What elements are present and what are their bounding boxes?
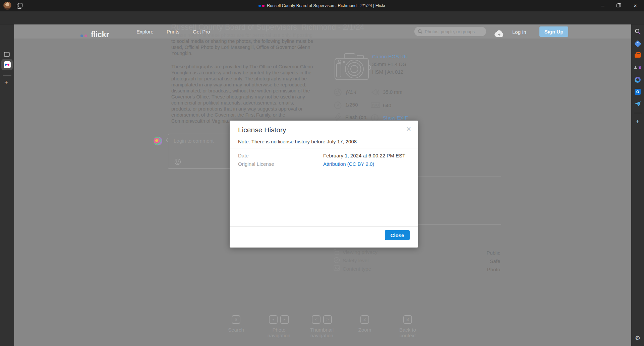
sidebar-games-icon[interactable]: ♟♜ (631, 63, 644, 72)
sidebar-add-icon[interactable]: + (631, 117, 644, 127)
lens-line-1: 35mm F1.4 DG (372, 61, 407, 67)
logo-dot-blue (80, 34, 83, 37)
window-restore-button[interactable] (610, 0, 626, 11)
modal-footer-divider (230, 226, 418, 227)
sidebar-outlook-icon[interactable]: O (631, 87, 644, 96)
sidebar-m365-icon[interactable] (631, 75, 644, 84)
shortcut-thumbnail-navigation: < > Thumbnail navigation (300, 315, 343, 338)
window-minimize-button[interactable]: ─ (595, 0, 610, 11)
browser-toolbar: ← ⟳ ⌂ https://www.flickr.com/photos/gy74… (0, 11, 644, 24)
emoji-smiley-icon[interactable] (174, 158, 181, 165)
license-row-original-label: Original License (238, 161, 274, 167)
viewing-privacy-label: Viewing privacy (343, 249, 377, 255)
key-arrow-right: ► (280, 315, 289, 324)
key-less-than: < (312, 315, 320, 324)
shortcut-photo-navigation: ◄ ► Photo navigation (257, 315, 300, 338)
sidebar-shopping-icon[interactable] (631, 39, 644, 48)
search-icon (418, 29, 422, 34)
key-arrow-left: ◄ (269, 315, 278, 324)
tab-actions-icon[interactable] (4, 52, 10, 57)
login-link[interactable]: Log In (512, 29, 526, 35)
aperture-icon (334, 88, 342, 96)
flickr-header: flickr Explore Prints Get Pro (14, 24, 631, 39)
window-close-button[interactable]: ✕ (627, 0, 644, 11)
shutter-value: 1/250 (345, 102, 358, 108)
flickr-favicon (4, 61, 11, 68)
safety-level-label: Safety level (343, 258, 369, 263)
description-paragraph-2: These photographs are provided by The Of… (171, 64, 315, 124)
focal-length-icon (371, 88, 379, 96)
key-greater-than: > (323, 315, 332, 324)
upload-cloud-icon[interactable] (494, 30, 504, 37)
flickr-search-box[interactable] (414, 27, 486, 36)
license-row-date-label: Date (238, 153, 249, 158)
license-history-modal: License History ✕ Note: There is no lice… (230, 121, 418, 248)
new-tab-button[interactable]: + (4, 79, 8, 86)
sidebar-drop-icon[interactable] (631, 99, 644, 109)
workspaces-icon[interactable] (17, 3, 23, 9)
nav-prints[interactable]: Prints (167, 29, 179, 34)
flickr-favicon-dot-pink (262, 5, 265, 7)
sidebar-settings-gear-icon[interactable]: ⚙ (631, 333, 644, 343)
sidebar-search-icon[interactable] (631, 27, 644, 36)
comment-box-notch (166, 138, 168, 142)
aperture-value: ƒ/1.4 (345, 89, 356, 95)
modal-title: License History (238, 126, 286, 134)
signup-button[interactable]: Sign Up (539, 26, 568, 37)
edge-sidebar (631, 24, 644, 346)
key-b: B (403, 315, 412, 324)
active-tab-flickr[interactable] (1, 59, 13, 70)
content-type-label: Content type (343, 266, 371, 272)
nav-explore[interactable]: Explore (136, 29, 154, 34)
camera-icon (334, 51, 371, 82)
tab-title-area: Russell County Board of Supervisors, Ric… (0, 0, 644, 11)
lock-open-icon (334, 249, 340, 255)
shutter-speed-icon (334, 101, 342, 109)
flickr-favicon-dot-blue (258, 5, 261, 7)
content-type-image-icon (334, 265, 340, 271)
content-type-value: Photo (467, 267, 500, 272)
key-z: Z (360, 315, 369, 324)
tab-strip-divider (3, 75, 11, 76)
license-row-date-value: February 1, 2024 at 6:00:22 PM EST (323, 153, 405, 158)
modal-close-x-icon[interactable]: ✕ (406, 125, 411, 133)
modal-note: Note: There is no license history before… (238, 139, 357, 144)
flickr-logo[interactable]: flickr (80, 30, 109, 39)
commenter-avatar (154, 137, 162, 145)
flickr-page: Russell County Board of Supervisors, Ric… (14, 24, 631, 346)
safety-check-icon (334, 257, 340, 263)
nav-get-pro[interactable]: Get Pro (193, 29, 210, 34)
browser-titlebar: Russell County Board of Supervisors, Ric… (0, 0, 644, 11)
safety-level-value: Safe (467, 258, 500, 264)
license-row-original-link[interactable]: Attribution (CC BY 2.0) (323, 161, 374, 167)
modal-close-button[interactable]: Close (385, 230, 410, 240)
shortcut-zoom: Z Zoom (343, 315, 386, 338)
camera-model-link[interactable]: Canon EOS R6 (372, 54, 407, 59)
comment-placeholder: Login to comment (174, 138, 214, 144)
sidebar-tools-icon[interactable] (631, 51, 644, 60)
sidebar-divider (634, 113, 642, 113)
flash-value: Flash (on, (345, 114, 368, 120)
focal-length-value: 35.0 mm (383, 89, 402, 95)
tab-title: Russell County Board of Supervisors, Ric… (267, 3, 385, 8)
iso-value: 640 (383, 102, 391, 108)
show-exif-link[interactable]: Show EXIF (383, 115, 408, 121)
shortcut-back-to-context: B Back to context (386, 315, 429, 338)
modal-divider (230, 148, 418, 148)
logo-dot-pink (84, 34, 87, 37)
key-s: S (232, 315, 240, 324)
lens-line-2: HSM | Art 012 (372, 69, 403, 75)
keyboard-shortcuts-bar: S Search ◄ ► Photo navigation < > Thumbn… (215, 315, 429, 338)
viewing-privacy-value: Public (467, 250, 500, 256)
shortcut-search: S Search (215, 315, 257, 338)
vertical-tabs-strip: + (0, 24, 14, 346)
iso-icon: ISO (371, 102, 380, 108)
browser-profile-avatar[interactable] (3, 2, 11, 10)
search-input[interactable] (425, 29, 482, 34)
